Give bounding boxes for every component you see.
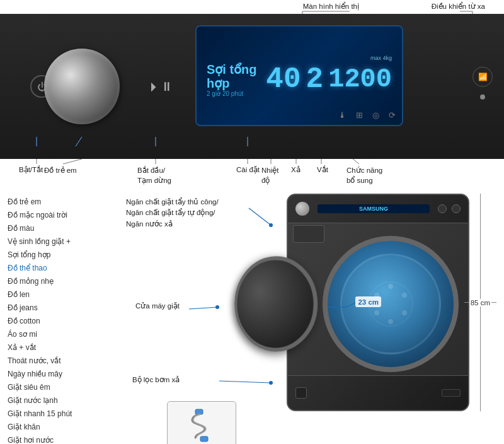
label-remote: Điều khiển từ xa — [432, 2, 485, 11]
program-item: Giặt nước lạnh — [6, 394, 120, 407]
rinse-label: Xả — [291, 165, 301, 174]
program-item: Đồ màu — [6, 222, 120, 235]
program-item: Xả + vắt — [6, 341, 120, 354]
program-item: Đồ mặc ngoài trời — [6, 209, 120, 222]
program-item: Đồ jeans — [6, 301, 120, 315]
svg-line-5 — [76, 137, 82, 146]
wash-icon: ⊞ — [356, 110, 363, 120]
svg-point-26 — [215, 305, 219, 309]
display-screen: max 4kg Sợi tổng hợp 2 giờ 20 phút 40 2 … — [195, 25, 403, 126]
svg-line-15 — [353, 159, 359, 164]
diameter-label: 23 cm — [355, 296, 381, 307]
door-callout: Cửa máy giặt — [135, 301, 180, 310]
temp-icon: 🌡 — [338, 110, 346, 120]
rinse-icon: ◎ — [372, 110, 379, 120]
spin-display: 2 — [306, 65, 324, 94]
program-item: Đồ len — [6, 288, 120, 301]
svg-line-9 — [63, 159, 82, 164]
machine-diagram: Ngăn chất giặt tẩy thủ công/ Ngăn chất g… — [126, 190, 504, 444]
program-item: Thoát nước, vắt — [6, 354, 120, 368]
svg-line-23 — [249, 208, 271, 225]
program-item: Sợi tổng hợp — [6, 248, 120, 262]
program-item: Giặt khăn — [6, 421, 120, 434]
svg-point-28 — [269, 381, 273, 385]
svg-point-19 — [402, 310, 407, 315]
start-label: Bắt đầu/ Tạm dừng — [137, 165, 171, 185]
program-item: Đồ thể thao — [6, 262, 120, 275]
program-item: Giặt siêu êm — [6, 381, 120, 394]
extra-label: Chức năng bổ sung — [346, 165, 382, 185]
program-item: Áo sơ mi — [6, 328, 120, 341]
settings-label: Cài đặt — [236, 165, 260, 174]
temperature-label: Nhiệt độ — [261, 165, 278, 185]
wifi-icon[interactable]: 📶 — [472, 67, 493, 87]
program-item: Giặt hơi nước — [6, 434, 120, 444]
program-sub: 2 giờ 20 phút — [207, 90, 261, 97]
svg-line-27 — [219, 381, 271, 383]
spin-icon: ⟳ — [389, 110, 396, 120]
svg-point-21 — [374, 310, 379, 315]
program-list: Đồ trẻ emĐồ mặc ngoài trờiĐồ màuVệ sinh … — [0, 190, 126, 444]
program-item: Đồ trẻ em — [6, 196, 120, 209]
height-dimension: 85 cm — [464, 194, 496, 411]
power-label: Bật/Tắt — [19, 165, 43, 174]
program-item: Đồ cotton — [6, 315, 120, 328]
pump-filter-label: Bộ lọc bơm xả — [132, 375, 180, 384]
detergent-label: Ngăn chất giặt tẩy thủ công/ Ngăn chất g… — [126, 197, 219, 230]
bottom-section: Đồ trẻ emĐồ mặc ngoài trờiĐồ màuVệ sinh … — [0, 190, 504, 444]
control-panel: ⏻ ⏵⏸ max 4kg Sợi tổng hợp 2 giờ 20 phút … — [0, 14, 504, 159]
program-dial[interactable] — [44, 49, 120, 124]
spin-label: Vắt — [317, 165, 328, 174]
program-item: Ngày nhiều mây — [6, 368, 120, 381]
program-label-bottom: Đồ trẻ em — [44, 165, 77, 175]
label-display: Màn hình hiển thị — [303, 2, 359, 11]
indicator-dot — [480, 95, 485, 100]
program-item: Giặt nhanh 15 phút — [6, 407, 120, 421]
svg-point-18 — [402, 293, 407, 298]
program-item: Đồ mỏng nhẹ — [6, 275, 120, 288]
hose-area: Ống cấp nước — [164, 401, 239, 444]
max-load-text: max 4kg — [370, 55, 392, 61]
svg-point-20 — [388, 319, 393, 324]
time-display: 1200 — [328, 66, 392, 93]
svg-line-25 — [189, 307, 217, 309]
svg-point-17 — [388, 284, 393, 289]
start-pause-button[interactable]: ⏵⏸ — [148, 79, 173, 94]
svg-rect-38 — [200, 436, 208, 441]
program-name: Sợi tổng hợp — [207, 62, 261, 90]
svg-point-24 — [269, 223, 273, 227]
temp-display: 40 — [266, 65, 301, 94]
program-item: Vệ sinh lồng giặt + — [6, 235, 120, 248]
